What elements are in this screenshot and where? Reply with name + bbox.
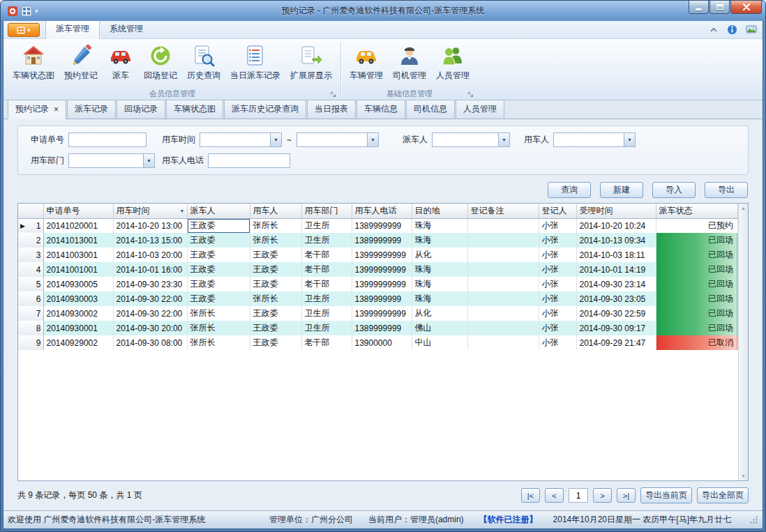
doc-tab-5[interactable]: 派车历史记录查询 — [224, 100, 306, 119]
row-header[interactable]: 9 — [18, 335, 43, 350]
chevron-down-icon[interactable]: ▼ — [270, 132, 282, 147]
column-header-status[interactable]: 派车状态 — [656, 204, 738, 218]
column-header-registrar[interactable]: 登记人 — [539, 204, 576, 218]
prev-page-button[interactable]: < — [545, 488, 564, 503]
driver-management-button[interactable]: 司机管理 — [388, 42, 431, 83]
doc-tab-6[interactable]: 当日报表 — [307, 100, 356, 119]
use-time-from-input[interactable] — [200, 132, 270, 147]
chevron-down-icon[interactable]: ▼ — [143, 153, 155, 168]
column-header-order[interactable]: 申请单号 — [43, 204, 113, 218]
table-row[interactable]: 7201409300022014-09-30 22:00张所长王政委卫生所139… — [18, 306, 738, 321]
reservation-register-button[interactable]: 预约登记 — [59, 42, 103, 83]
column-header-dept[interactable]: 用车部门 — [301, 204, 352, 218]
table-row[interactable]: ▶1201410200012014-10-20 13:00王政委张所长卫生所13… — [18, 218, 738, 233]
info-icon[interactable] — [727, 24, 737, 35]
table-row[interactable]: 5201409300052014-09-30 23:30王政委王政委老干部139… — [18, 277, 738, 291]
app-menu-button[interactable]: ▾ — [8, 23, 40, 37]
vertical-scrollbar[interactable]: ▲ ▼ — [738, 204, 748, 480]
table-row[interactable]: 8201409300012014-09-30 20:00张所长王政委卫生所138… — [18, 321, 738, 335]
return-register-button[interactable]: 回场登记 — [139, 42, 182, 83]
minimize-button[interactable] — [689, 1, 709, 14]
app-icon[interactable] — [7, 6, 18, 17]
chevron-down-icon[interactable]: ▼ — [367, 132, 379, 147]
row-header[interactable]: 3 — [18, 248, 43, 262]
vehicle-status-chart-button[interactable]: 车辆状态图 — [8, 42, 59, 83]
doc-tab-7[interactable]: 车辆信息 — [356, 100, 405, 119]
table-row[interactable]: 6201409300032014-09-30 22:00王政委张所长卫生所138… — [18, 291, 738, 306]
doc-tab-9[interactable]: 人员管理 — [456, 100, 504, 119]
first-page-button[interactable]: |< — [521, 488, 540, 503]
row-header-column[interactable] — [18, 204, 43, 218]
export-current-page-button[interactable]: 导出当前页 — [640, 487, 692, 503]
column-header-accepted[interactable]: 受理时间 — [576, 204, 656, 218]
export-button[interactable]: 导出 — [705, 182, 748, 198]
create-button[interactable]: 新建 — [600, 182, 643, 198]
use-time-from-combo[interactable]: ▼ — [200, 132, 282, 147]
row-header[interactable]: 2 — [18, 233, 43, 248]
maximize-button[interactable] — [709, 1, 730, 14]
theme-icon[interactable] — [746, 25, 757, 34]
page-number-input[interactable] — [569, 488, 588, 503]
titlebar[interactable]: ▾ 预约记录 - 广州爱奇迪软件科技有限公司-派车管理系统 — [3, 1, 763, 21]
column-filter-icon[interactable]: ▼ — [180, 208, 185, 213]
doc-tab-3[interactable]: 回场记录 — [117, 100, 165, 119]
row-header[interactable]: 4 — [18, 262, 43, 277]
doc-tab-4[interactable]: 车辆状态图 — [166, 100, 223, 119]
column-header-user[interactable]: 用车人 — [250, 204, 301, 218]
doc-tab-2[interactable]: 派车记录 — [67, 100, 116, 119]
close-tab-icon[interactable]: × — [54, 105, 59, 114]
order-no-input[interactable] — [68, 132, 147, 147]
collapse-ribbon-icon[interactable] — [709, 26, 719, 34]
extend-screen-button[interactable]: 扩展屏显示 — [285, 42, 337, 83]
column-header-dest[interactable]: 目的地 — [412, 204, 467, 218]
quick-access-caret-icon[interactable]: ▾ — [35, 8, 38, 15]
column-header-time[interactable]: 用车时间▼ — [113, 204, 187, 218]
personnel-management-button[interactable]: 人员管理 — [431, 42, 474, 83]
cell-registrar: 小张 — [539, 335, 576, 350]
row-header[interactable]: 7 — [18, 306, 43, 321]
resize-grip-icon[interactable] — [749, 515, 758, 524]
query-button[interactable]: 查询 — [548, 182, 591, 198]
last-page-button[interactable]: >| — [617, 488, 636, 503]
row-header[interactable]: 8 — [18, 321, 43, 335]
dispatch-button[interactable]: 派车 — [103, 42, 139, 83]
doc-tab-1[interactable]: 预约记录× — [8, 100, 66, 119]
dept-combo[interactable]: ▼ — [68, 153, 155, 168]
table-row[interactable]: 2201410130012014-10-13 15:00王政委张所长卫生所138… — [18, 233, 738, 248]
dialog-launcher-icon[interactable] — [467, 91, 474, 98]
scroll-up-icon[interactable]: ▲ — [741, 206, 746, 211]
scroll-down-icon[interactable]: ▼ — [741, 473, 746, 478]
user-input[interactable] — [553, 132, 624, 147]
chevron-down-icon[interactable]: ▼ — [624, 132, 636, 147]
use-time-to-input[interactable] — [296, 132, 367, 147]
chevron-down-icon[interactable]: ▼ — [498, 132, 510, 147]
table-row[interactable]: 3201410030012014-10-03 20:00王政委王政委老干部139… — [18, 248, 738, 262]
column-header-dispatcher[interactable]: 派车人 — [187, 204, 250, 218]
table-row[interactable]: 4201410010012014-10-01 16:00王政委王政委老干部139… — [18, 262, 738, 277]
use-time-to-combo[interactable]: ▼ — [296, 132, 379, 147]
phone-input[interactable] — [208, 153, 290, 168]
import-button[interactable]: 导入 — [652, 182, 696, 198]
dispatcher-combo[interactable]: ▼ — [432, 132, 510, 147]
user-combo[interactable]: ▼ — [553, 132, 636, 147]
table-row[interactable]: 9201409290022014-09-30 08:00张所长王政委老干部139… — [18, 335, 738, 350]
dispatcher-input[interactable] — [432, 132, 498, 147]
today-dispatch-record-button[interactable]: 当日派车记录 — [225, 42, 285, 83]
export-all-pages-button[interactable]: 导出全部页 — [697, 487, 749, 503]
vehicle-management-button[interactable]: 车辆管理 — [345, 42, 388, 83]
column-header-remark[interactable]: 登记备注 — [467, 204, 539, 218]
history-query-button[interactable]: 历史查询 — [182, 42, 225, 83]
ribbon-tab-2[interactable]: 系统管理 — [100, 21, 153, 38]
ribbon-tab-1[interactable]: 派车管理 — [45, 21, 100, 39]
quick-access-grid-icon[interactable] — [21, 6, 32, 17]
license-status-link[interactable]: 【软件已注册】 — [479, 514, 538, 526]
doc-tab-8[interactable]: 司机信息 — [406, 100, 455, 119]
column-header-phone[interactable]: 用车人电话 — [352, 204, 412, 218]
close-button[interactable] — [730, 1, 762, 14]
row-header[interactable]: 6 — [18, 291, 43, 306]
row-header[interactable]: 5 — [18, 277, 43, 291]
dept-input[interactable] — [68, 153, 143, 168]
dialog-launcher-icon[interactable] — [330, 91, 336, 98]
next-page-button[interactable]: > — [593, 488, 612, 503]
row-header[interactable]: ▶1 — [18, 218, 43, 233]
